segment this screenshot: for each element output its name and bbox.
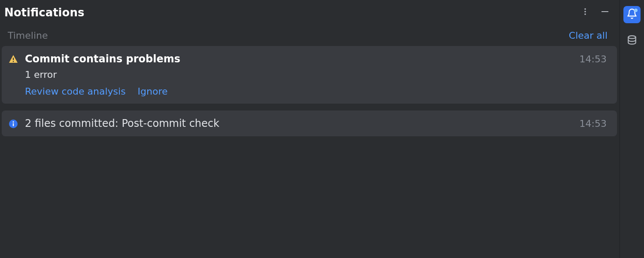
notification-time: 14:53: [580, 54, 607, 64]
vertical-dots-icon: [581, 7, 589, 18]
svg-point-5: [13, 61, 14, 62]
notification-actions: Review code analysis Ignore: [25, 86, 607, 97]
warning-icon: [8, 54, 19, 65]
svg-point-1: [584, 11, 586, 12]
notification-top-row: Commit contains problems 14:53: [25, 53, 607, 65]
panel-header-actions: [579, 6, 611, 18]
svg-point-2: [584, 13, 586, 15]
svg-point-0: [584, 8, 586, 10]
minimize-button[interactable]: [599, 6, 611, 18]
minimize-icon: [600, 7, 610, 18]
info-icon: [8, 118, 19, 129]
notification-body: 2 files committed: Post-commit check 14:…: [25, 117, 607, 129]
notification-badge-dot: [634, 9, 638, 12]
notification-body: Commit contains problems 14:53 1 error R…: [25, 53, 607, 97]
right-tool-rail: [620, 0, 644, 258]
panel-subheader: Timeline Clear all: [0, 22, 620, 46]
svg-rect-8: [13, 123, 14, 126]
notification-top-row: 2 files committed: Post-commit check 14:…: [25, 117, 607, 129]
panel-title: Notifications: [4, 6, 579, 19]
notifications-panel: Notifications Timeline Clear all: [0, 0, 620, 258]
clear-all-link[interactable]: Clear all: [569, 30, 608, 41]
notifications-list: Commit contains problems 14:53 1 error R…: [0, 46, 620, 136]
notification-detail: 1 error: [25, 69, 607, 80]
notifications-tool-button[interactable]: [623, 6, 641, 23]
notification-item[interactable]: Commit contains problems 14:53 1 error R…: [2, 46, 617, 104]
notification-title: 2 files committed: Post-commit check: [25, 117, 580, 129]
ignore-link[interactable]: Ignore: [138, 86, 168, 97]
more-options-button[interactable]: [579, 6, 591, 18]
notification-item[interactable]: 2 files committed: Post-commit check 14:…: [2, 111, 617, 136]
panel-header: Notifications: [0, 0, 620, 22]
database-icon: [626, 35, 638, 48]
timeline-label: Timeline: [8, 30, 569, 41]
svg-point-7: [13, 121, 14, 123]
database-tool-button[interactable]: [623, 33, 641, 50]
notification-time: 14:53: [580, 118, 607, 129]
svg-point-9: [628, 36, 635, 39]
svg-rect-4: [13, 58, 14, 60]
review-code-analysis-link[interactable]: Review code analysis: [25, 86, 126, 97]
notification-title: Commit contains problems: [25, 53, 580, 65]
